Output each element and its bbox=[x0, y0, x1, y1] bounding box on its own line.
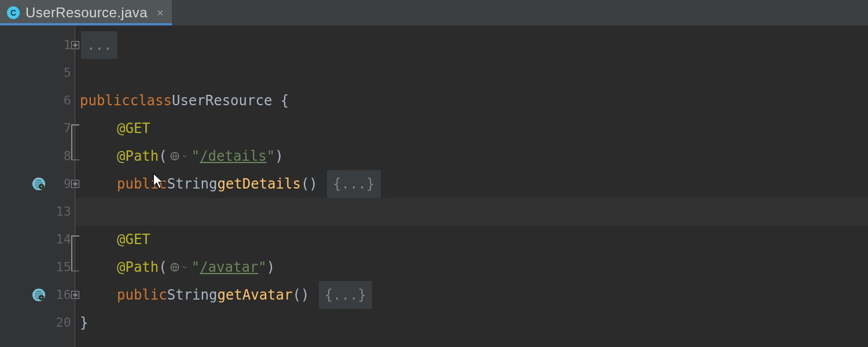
class-name: UserResource bbox=[172, 87, 272, 115]
code-line[interactable]: @GET bbox=[75, 226, 868, 253]
line-number: 13 bbox=[49, 198, 71, 226]
keyword-public: public bbox=[117, 170, 167, 198]
return-type: String bbox=[167, 170, 218, 198]
keyword-public: public bbox=[117, 281, 167, 309]
parens: () bbox=[301, 170, 318, 198]
line-number: 6 bbox=[49, 87, 71, 115]
annotation-path: @Path bbox=[117, 253, 159, 281]
line-number: 14 bbox=[49, 226, 71, 253]
paren-close: ) bbox=[275, 142, 283, 170]
folded-placeholder[interactable]: ... bbox=[81, 31, 117, 59]
editor-tab-active[interactable]: C UserResource.java × bbox=[0, 0, 172, 25]
gutter-row: 5 bbox=[0, 59, 75, 87]
editor-gutter: 1 5 6 7 8 bbox=[0, 25, 75, 347]
code-line[interactable]: } bbox=[75, 309, 868, 337]
code-line[interactable]: ... bbox=[75, 31, 868, 59]
parens: () bbox=[292, 281, 309, 309]
tab-bar: C UserResource.java × bbox=[0, 0, 868, 25]
code-line[interactable] bbox=[75, 59, 868, 87]
line-number: 16 bbox=[49, 281, 71, 309]
line-number: 15 bbox=[49, 253, 71, 281]
string-quote: " bbox=[258, 253, 266, 281]
code-line[interactable]: @GET bbox=[75, 115, 868, 142]
line-number: 9 bbox=[49, 170, 71, 198]
brace-open: { bbox=[272, 87, 289, 115]
string-quote: " bbox=[192, 253, 200, 281]
line-number: 20 bbox=[49, 309, 71, 337]
string-quote: " bbox=[267, 142, 275, 170]
folded-placeholder[interactable]: {...} bbox=[319, 281, 372, 309]
method-name: getDetails bbox=[217, 170, 301, 198]
gutter-row: 1 bbox=[0, 31, 75, 59]
code-line[interactable]: @Path("/details") bbox=[75, 142, 868, 170]
gutter-row: 15 bbox=[0, 253, 75, 281]
annotation-path: @Path bbox=[117, 142, 159, 170]
editor-code-area[interactable]: ... public class UserResource { @GET @Pa… bbox=[75, 25, 868, 347]
keyword-public: public bbox=[80, 87, 130, 115]
gutter-row: 9 bbox=[0, 170, 75, 198]
line-number: 1 bbox=[49, 31, 71, 59]
code-line[interactable]: @Path("/avatar") bbox=[75, 253, 868, 281]
paren-open: ( bbox=[159, 142, 167, 170]
line-number: 7 bbox=[49, 115, 71, 142]
annotation-get: @GET bbox=[117, 115, 150, 142]
line-number: 8 bbox=[49, 142, 71, 170]
paren-close: ) bbox=[267, 253, 275, 281]
whitespace bbox=[309, 281, 317, 309]
endpoint-gutter-icon[interactable] bbox=[32, 288, 46, 302]
gutter-row: 7 bbox=[0, 115, 75, 142]
tab-title: UserResource.java bbox=[25, 5, 148, 21]
paren-open: ( bbox=[159, 253, 167, 281]
gutter-row: 20 bbox=[0, 309, 75, 337]
path-string[interactable]: /avatar bbox=[200, 253, 258, 281]
url-inlay-hint[interactable] bbox=[167, 262, 190, 272]
line-number: 5 bbox=[49, 59, 71, 87]
whitespace bbox=[318, 170, 326, 198]
endpoint-gutter-icon[interactable] bbox=[32, 177, 46, 191]
code-line[interactable]: public String getDetails() {...} bbox=[75, 170, 868, 198]
gutter-row: 16 bbox=[0, 281, 75, 309]
keyword-class: class bbox=[130, 87, 172, 115]
code-line[interactable]: public String getAvatar() {...} bbox=[75, 281, 868, 309]
code-line[interactable]: public class UserResource { bbox=[75, 87, 868, 115]
gutter-row: 8 bbox=[0, 142, 75, 170]
brace-close: } bbox=[80, 309, 88, 337]
string-quote: " bbox=[192, 142, 200, 170]
annotation-get: @GET bbox=[117, 226, 150, 253]
return-type: String bbox=[167, 281, 218, 309]
gutter-row: 6 bbox=[0, 87, 75, 115]
class-file-icon: C bbox=[7, 6, 20, 19]
close-tab-icon[interactable]: × bbox=[157, 6, 164, 20]
path-string[interactable]: /details bbox=[200, 142, 267, 170]
code-editor[interactable]: 1 5 6 7 8 bbox=[0, 25, 868, 347]
url-inlay-hint[interactable] bbox=[167, 151, 190, 161]
gutter-row: 14 bbox=[0, 226, 75, 253]
method-name: getAvatar bbox=[217, 281, 292, 309]
gutter-row: 13 bbox=[0, 198, 75, 226]
folded-placeholder[interactable]: {...} bbox=[327, 170, 380, 198]
code-line-current[interactable] bbox=[75, 198, 868, 226]
